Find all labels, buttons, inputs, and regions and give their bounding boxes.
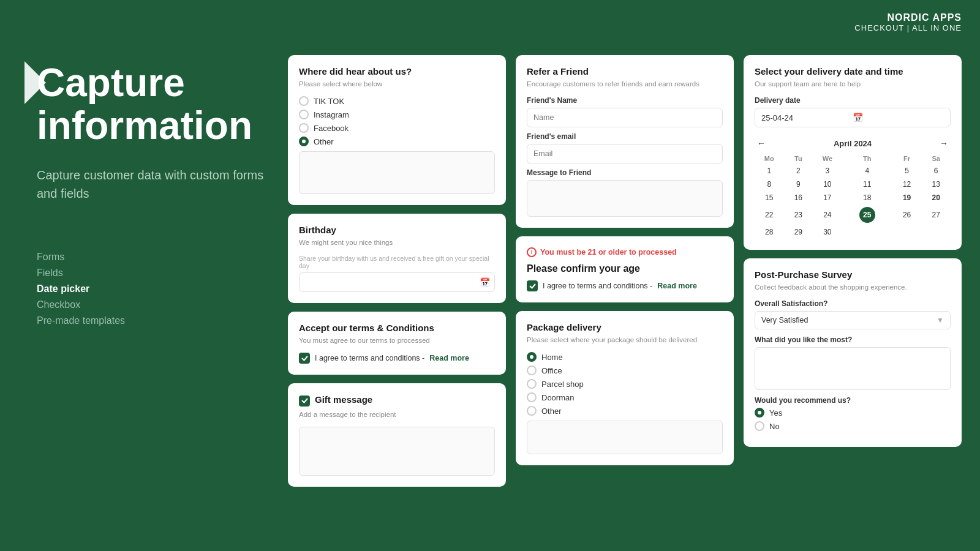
- nav-item-checkbox[interactable]: Checkbox: [37, 299, 270, 310]
- gift-textarea[interactable]: [299, 427, 495, 476]
- cal-day[interactable]: 4: [842, 164, 892, 178]
- option-yes[interactable]: Yes: [755, 408, 951, 418]
- cal-day[interactable]: 11: [842, 178, 892, 191]
- cal-day[interactable]: 5: [892, 164, 922, 178]
- where-heard-textarea[interactable]: [299, 151, 495, 194]
- age-confirm-title: Please confirm your age: [527, 263, 723, 274]
- brand-subtitle: CHECKOUT | ALL IN ONE: [854, 23, 962, 32]
- gift-subtitle: Add a message to the recipient: [299, 410, 495, 419]
- option-no[interactable]: No: [755, 421, 951, 431]
- terms-read-more[interactable]: Read more: [429, 354, 469, 362]
- nav-item-templates[interactable]: Pre-made templates: [37, 315, 270, 326]
- cal-day[interactable]: 15: [755, 191, 784, 204]
- age-checkbox-row[interactable]: I agree to terms and conditions - Read m…: [527, 280, 723, 291]
- select-arrow-icon: ▼: [937, 316, 944, 324]
- gift-checkbox[interactable]: [299, 395, 310, 407]
- age-error-text: You must be 21 or older to processed: [540, 248, 677, 257]
- recommend-label: Would you recommend us?: [755, 396, 951, 405]
- cal-day-19[interactable]: 19: [892, 191, 922, 204]
- birthday-date-field[interactable]: [299, 272, 495, 292]
- terms-checkbox-row[interactable]: I agree to terms and conditions - Read m…: [299, 353, 495, 364]
- survey-title: Post-Purchase Survey: [755, 269, 951, 280]
- delivery-title: Select your delivery date and time: [755, 66, 951, 77]
- cal-day[interactable]: 29: [784, 225, 813, 239]
- option-parcel[interactable]: Parcel shop: [527, 379, 723, 389]
- cal-day[interactable]: 12: [892, 178, 922, 191]
- cal-day[interactable]: 2: [784, 164, 813, 178]
- cal-day[interactable]: 3: [813, 164, 842, 178]
- nav-item-fields[interactable]: Fields: [37, 268, 270, 279]
- nav-item-datepicker[interactable]: Date picker: [37, 283, 270, 294]
- terms-checkbox-label: I agree to terms and conditions -: [315, 354, 424, 362]
- most-label: What did you like the most?: [755, 335, 951, 344]
- age-error-row: ! You must be 21 or older to processed: [527, 247, 723, 257]
- radio-tiktok[interactable]: [299, 96, 309, 106]
- radio-no[interactable]: [755, 421, 764, 431]
- option-instagram[interactable]: Instagram: [299, 110, 495, 119]
- cal-day[interactable]: 16: [784, 191, 813, 204]
- cal-day[interactable]: 17: [813, 191, 842, 204]
- option-tiktok[interactable]: TIK TOK: [299, 96, 495, 106]
- delivery-calendar-icon: 📅: [853, 113, 944, 122]
- cal-day-20[interactable]: 20: [921, 191, 951, 204]
- option-other-pkg[interactable]: Other: [527, 406, 723, 416]
- delivery-date-input[interactable]: 25-04-24 📅: [755, 108, 951, 127]
- cal-day[interactable]: 9: [784, 178, 813, 191]
- friend-name-input[interactable]: [527, 108, 723, 127]
- radio-office[interactable]: [527, 365, 537, 375]
- terms-checkbox[interactable]: [299, 353, 310, 364]
- cal-header-we: We: [813, 153, 842, 164]
- message-label: Message to Friend: [527, 168, 723, 177]
- cal-day[interactable]: 18: [842, 191, 892, 204]
- message-textarea[interactable]: [527, 180, 723, 217]
- cal-day[interactable]: 6: [921, 164, 951, 178]
- cal-day-today[interactable]: 25: [842, 204, 892, 225]
- gift-title: Gift message: [315, 394, 372, 405]
- cal-day: [842, 225, 892, 239]
- cal-prev-arrow[interactable]: ←: [757, 138, 766, 148]
- age-checkbox[interactable]: [527, 280, 538, 291]
- nav-item-forms[interactable]: Forms: [37, 252, 270, 263]
- delivery-date-label: Delivery date: [755, 96, 951, 105]
- cal-day[interactable]: 30: [813, 225, 842, 239]
- radio-facebook[interactable]: [299, 123, 309, 133]
- cal-day[interactable]: 28: [755, 225, 784, 239]
- cal-header-sa: Sa: [921, 153, 951, 164]
- cal-day[interactable]: 24: [813, 204, 842, 225]
- option-other[interactable]: Other: [299, 137, 495, 146]
- radio-other[interactable]: [299, 137, 309, 146]
- radio-other-pkg[interactable]: [527, 406, 537, 416]
- package-notes-textarea[interactable]: [527, 421, 723, 454]
- radio-home[interactable]: [527, 352, 537, 362]
- cal-day[interactable]: 8: [755, 178, 784, 191]
- most-textarea[interactable]: [755, 347, 951, 390]
- hero-title: Capture information: [37, 61, 270, 148]
- column-3: Select your delivery date and time Our s…: [744, 55, 962, 487]
- radio-doorman[interactable]: [527, 392, 537, 402]
- cal-day[interactable]: 23: [784, 204, 813, 225]
- cal-next-arrow[interactable]: →: [940, 138, 948, 148]
- cal-day[interactable]: 1: [755, 164, 784, 178]
- option-office[interactable]: Office: [527, 365, 723, 375]
- brand-name: NORDIC APPS: [854, 12, 962, 23]
- friend-email-input[interactable]: [527, 144, 723, 163]
- overall-select[interactable]: Very Satisfied ▼: [755, 311, 951, 329]
- radio-yes[interactable]: [755, 408, 764, 418]
- package-options: Home Office Parcel shop Doorman Other: [527, 352, 723, 416]
- cal-day[interactable]: 26: [892, 204, 922, 225]
- cal-day[interactable]: 22: [755, 204, 784, 225]
- option-tiktok-label: TIK TOK: [314, 97, 344, 106]
- age-read-more[interactable]: Read more: [657, 282, 697, 290]
- option-home[interactable]: Home: [527, 352, 723, 362]
- option-parcel-label: Parcel shop: [541, 380, 584, 389]
- cal-day[interactable]: 10: [813, 178, 842, 191]
- birthday-date-input[interactable]: 📅: [299, 272, 495, 292]
- option-other-label: Other: [314, 137, 334, 146]
- delivery-subtitle: Our support team are here to help: [755, 79, 951, 89]
- radio-parcel[interactable]: [527, 379, 537, 389]
- cal-day[interactable]: 13: [921, 178, 951, 191]
- option-facebook[interactable]: Facebook: [299, 123, 495, 133]
- radio-instagram[interactable]: [299, 110, 309, 119]
- cal-day[interactable]: 27: [921, 204, 951, 225]
- option-doorman[interactable]: Doorman: [527, 392, 723, 402]
